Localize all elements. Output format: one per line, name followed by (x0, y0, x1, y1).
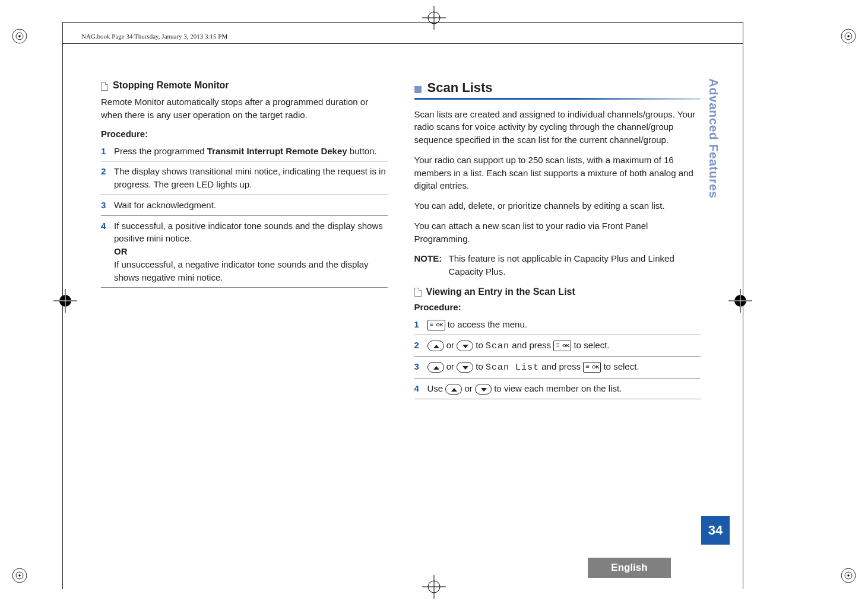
menu-path: Scan List (486, 362, 539, 373)
left-subheading: Stopping Remote Monitor (101, 80, 388, 91)
step-tail: to access the menu. (445, 319, 527, 329)
left-step-3: 3 Wait for acknowledgment. (101, 199, 388, 216)
menu-ok-icon: OK (427, 320, 445, 330)
menu-path: Scan (486, 341, 509, 351)
t: to (473, 361, 486, 371)
section-heading-text: Scan Lists (427, 80, 493, 96)
t: to (473, 340, 486, 350)
right-p3: You can add, delete, or prioritize chann… (414, 199, 701, 212)
left-step-4: 4 If successful, a positive indicator to… (101, 220, 388, 288)
right-p4: You can attach a new scan list to your r… (414, 220, 701, 246)
step-number: 4 (101, 220, 114, 284)
step-body: The display shows transitional mini noti… (114, 165, 388, 191)
registration-mark-icon (9, 565, 30, 586)
right-p2: Your radio can support up to 250 scan li… (414, 154, 701, 192)
header-stamp: NAG.book Page 34 Thursday, January 3, 20… (81, 33, 227, 40)
right-step-3: 3 or to Scan List and press OK to select… (414, 360, 701, 379)
step4-or: OR (114, 246, 128, 256)
t: or (462, 383, 475, 393)
page-number: 34 (701, 516, 730, 545)
right-step-2: 2 or to Scan and press OK to select. (414, 339, 701, 357)
top-rule (62, 22, 743, 23)
right-subheading: Viewing an Entry in the Scan List (414, 287, 701, 297)
registration-mark-icon (838, 565, 859, 586)
step-body: or to Scan and press OK to select. (427, 339, 701, 353)
registration-mark-icon (9, 26, 30, 46)
step-tail: to select. (571, 340, 609, 350)
left-intro: Remote Monitor automatically stops after… (101, 96, 388, 122)
nav-down-icon (457, 341, 473, 351)
step-number: 1 (101, 145, 114, 158)
step-number: 2 (414, 339, 427, 353)
step-body: If successful, a positive indicator tone… (114, 220, 388, 284)
crosshair-mark-icon (53, 289, 77, 313)
right-step-4: 4 Use or to view each member on the list… (414, 382, 701, 399)
left-step-2: 2 The display shows transitional mini no… (101, 165, 388, 195)
svg-point-11 (847, 574, 849, 576)
menu-ok-icon: OK (553, 341, 571, 351)
step-text-bold: Transmit Interrupt Remote Dekey (207, 146, 347, 156)
section-rule (414, 98, 701, 100)
page-content: Stopping Remote Monitor Remote Monitor a… (101, 80, 701, 403)
step-number: 4 (414, 382, 427, 395)
page-icon (101, 82, 108, 91)
left-procedure-label: Procedure: (101, 129, 388, 139)
step-number: 3 (101, 199, 114, 212)
step-text-pre: Press the programmed (114, 146, 207, 156)
registration-mark-icon (838, 26, 859, 46)
step-text-post: button. (347, 146, 377, 156)
step-tail: to view each member on the list. (492, 383, 622, 393)
right-p1: Scan lists are created and assigned to i… (414, 108, 701, 147)
t: or (444, 361, 457, 371)
note-label: NOTE: (414, 252, 449, 278)
right-subheading-text: Viewing an Entry in the Scan List (426, 287, 575, 297)
top-rule-2 (62, 43, 743, 44)
step-number: 3 (414, 360, 427, 374)
crosshair-mark-icon (422, 575, 446, 599)
side-tab: Advanced Features (697, 78, 730, 559)
note-row: NOTE: This feature is not applicable in … (414, 252, 701, 278)
step-body: Press the programmed Transmit Interrupt … (114, 145, 388, 158)
section-heading: Scan Lists (414, 80, 701, 96)
step4-line2: If unsuccessful, a negative indicator to… (114, 259, 369, 282)
nav-up-icon (427, 362, 444, 373)
side-tab-text: Advanced Features (707, 78, 721, 198)
left-column: Stopping Remote Monitor Remote Monitor a… (101, 80, 388, 403)
t: Use (427, 383, 446, 393)
step-number: 1 (414, 318, 427, 331)
right-procedure-label: Procedure: (414, 302, 701, 312)
nav-up-icon (445, 384, 462, 395)
right-column: Scan Lists Scan lists are created and as… (414, 80, 701, 403)
svg-point-5 (847, 35, 849, 37)
footer-language: English (588, 558, 671, 578)
left-step-1: 1 Press the programmed Transmit Interrup… (101, 145, 388, 162)
note-text: This feature is not applicable in Capaci… (449, 252, 701, 278)
right-step-1: 1 OK to access the menu. (414, 318, 701, 335)
step-tail: to select. (601, 361, 639, 371)
crosshair-mark-icon (422, 6, 446, 30)
crosshair-mark-icon (728, 289, 752, 313)
svg-point-8 (18, 574, 20, 576)
step-body: or to Scan List and press OK to select. (427, 360, 701, 374)
nav-down-icon (457, 362, 473, 373)
svg-point-2 (18, 35, 20, 37)
section-bullet-icon (414, 86, 422, 93)
step-body: Wait for acknowledgment. (114, 199, 388, 212)
menu-ok-icon: OK (583, 362, 601, 373)
t: and press (539, 361, 583, 371)
nav-down-icon (475, 384, 492, 395)
step4-line1: If successful, a positive indicator tone… (114, 221, 383, 244)
nav-up-icon (427, 341, 444, 351)
t: and press (509, 340, 553, 350)
page-icon (414, 288, 422, 297)
step-body: OK to access the menu. (427, 318, 701, 331)
left-subheading-text: Stopping Remote Monitor (113, 80, 229, 91)
step-number: 2 (101, 165, 114, 191)
t: or (444, 340, 457, 350)
step-body: Use or to view each member on the list. (427, 382, 701, 395)
